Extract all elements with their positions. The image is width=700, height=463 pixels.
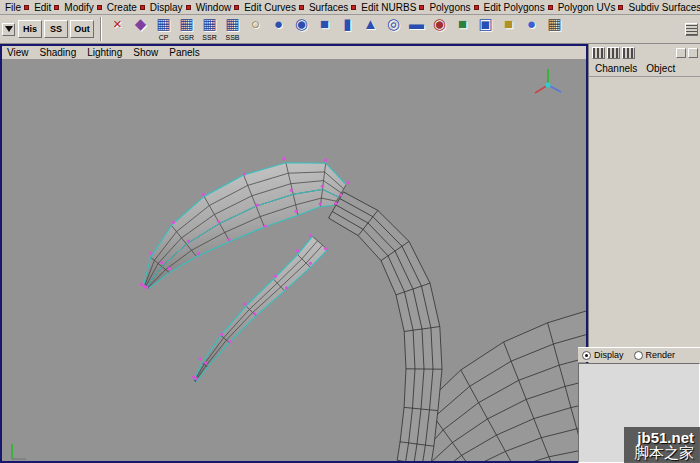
- shelf-icon-label: SSR: [198, 34, 221, 42]
- layer-editor-toggle-icon[interactable]: [607, 47, 620, 59]
- panel-menu-shading[interactable]: Shading: [40, 47, 77, 58]
- maya-window: FileEditModifyCreateDisplayWindowEdit Cu…: [0, 0, 700, 463]
- menu-item-file[interactable]: File: [3, 2, 23, 13]
- poly-multi-icon: ▣: [478, 15, 492, 33]
- nurbs-cylinder-icon: ▮: [343, 15, 351, 33]
- shelf-tab-arrow-button[interactable]: [2, 23, 15, 36]
- panel-menu-panels[interactable]: Panels: [169, 47, 200, 58]
- neck-mesh[interactable]: [329, 192, 442, 461]
- nurbs-circle-icon: ●: [274, 15, 283, 33]
- shelf-icon-poly-cube[interactable]: ■: [451, 15, 474, 42]
- poly-sphere-icon: ◉: [433, 15, 446, 33]
- menu-cube-icon: [97, 5, 102, 10]
- menu-cube-icon: [474, 5, 479, 10]
- channelbox-toggle-icon[interactable]: [592, 47, 605, 59]
- menu-cube-icon: [186, 5, 191, 10]
- menu-item-display[interactable]: Display: [148, 2, 185, 13]
- surface-tool-icon: ◆: [135, 15, 147, 33]
- shelf-icon-subdiv-sphere[interactable]: ●: [520, 15, 543, 42]
- shelf-icon-nurbs-cylinder[interactable]: ▮: [336, 15, 359, 42]
- grid-tool-icon: ▦: [547, 15, 561, 33]
- menu-cube-icon: [618, 5, 623, 10]
- shelf-icon-label: SSB: [221, 34, 244, 42]
- menu-item-modify[interactable]: Modify: [62, 2, 95, 13]
- channel-box-toolbar: [589, 44, 700, 61]
- render-radio[interactable]: Render: [634, 350, 676, 360]
- watermark: jb51.net 脚本之家: [624, 427, 700, 463]
- viewport-canvas[interactable]: [2, 59, 586, 461]
- shelf-icon-ssb-tool[interactable]: ▦SSB: [221, 15, 244, 42]
- shelf-icon-nurbs-cube[interactable]: ■: [313, 15, 336, 42]
- cp-tool-icon: ▦: [156, 15, 170, 33]
- watermark-site: jb51.net: [634, 430, 694, 445]
- menu-item-surfaces[interactable]: Surfaces: [307, 2, 350, 13]
- out-button[interactable]: Out: [70, 20, 94, 38]
- menu-item-subdiv-surfaces[interactable]: Subdiv Surfaces: [626, 2, 700, 13]
- panel-menu-show[interactable]: Show: [133, 47, 158, 58]
- display-radio[interactable]: Display: [582, 350, 624, 360]
- panel-menu-bar: ViewShadingLightingShowPanels: [2, 46, 586, 59]
- down-triangle-icon: [5, 26, 13, 32]
- poly-cube-2-icon: ■: [504, 15, 513, 33]
- ssb-tool-icon: ▦: [225, 15, 239, 33]
- shelf-icon-lasso-tool[interactable]: ○: [244, 15, 267, 42]
- render-radio-label: Render: [646, 350, 676, 360]
- nurbs-sphere-icon: ◉: [295, 15, 308, 33]
- nurbs-plane-icon: ▬: [409, 15, 424, 33]
- menu-cube-icon: [234, 5, 239, 10]
- viewport[interactable]: [2, 59, 586, 461]
- shelf-icon-surface-tool[interactable]: ◆: [129, 15, 152, 42]
- lower-beak-surface[interactable]: [192, 234, 327, 382]
- shelf-icon-cp-tool[interactable]: ▦CP: [152, 15, 175, 42]
- menu-item-polygons[interactable]: Polygons: [427, 2, 472, 13]
- shelf-icon-label: CP: [152, 34, 175, 42]
- menu-item-window[interactable]: Window: [194, 2, 234, 13]
- panel-collapse-icon[interactable]: [676, 48, 686, 58]
- shelf-icon-poly-sphere[interactable]: ◉: [428, 15, 451, 42]
- shelf-icon-ssr-tool[interactable]: ▦SSR: [198, 15, 221, 42]
- nurbs-cube-icon: ■: [320, 15, 329, 33]
- display-render-row: Display Render: [578, 347, 700, 362]
- shelf-icon-poly-cube-2[interactable]: ■: [497, 15, 520, 42]
- panel-menu-view[interactable]: View: [7, 47, 29, 58]
- head-surface[interactable]: [140, 157, 350, 289]
- shelf-options-button[interactable]: [685, 23, 698, 36]
- menu-item-polygon-uvs[interactable]: Polygon UVs: [556, 2, 618, 13]
- shelf-icon-poly-multi[interactable]: ▣: [474, 15, 497, 42]
- gsr-tool-icon: ▦: [179, 15, 193, 33]
- menu-bar: FileEditModifyCreateDisplayWindowEdit Cu…: [0, 0, 700, 15]
- nurbs-cone-icon: ▲: [363, 15, 378, 33]
- shelf-icon-gsr-tool[interactable]: ▦GSR: [175, 15, 198, 42]
- channel-layer-toggle-icon[interactable]: [622, 47, 635, 59]
- menu-cube-icon: [24, 5, 29, 10]
- subdiv-sphere-icon: ●: [527, 15, 536, 33]
- menu-cube-icon: [351, 5, 356, 10]
- panel-expand-icon[interactable]: [688, 48, 698, 58]
- shelf-icon-nurbs-sphere[interactable]: ◉: [290, 15, 313, 42]
- menu-item-edit[interactable]: Edit: [32, 2, 53, 13]
- channel-box-tab-channels[interactable]: Channels: [595, 63, 637, 74]
- menu-item-edit-polygons[interactable]: Edit Polygons: [482, 2, 547, 13]
- ss-button[interactable]: SS: [44, 20, 68, 38]
- shelf-icon-curve-tool[interactable]: ×: [106, 15, 129, 42]
- shelf-icon-grid-tool[interactable]: ▦: [543, 15, 566, 42]
- channel-box-tab-object[interactable]: Object: [646, 63, 675, 74]
- watermark-site-cn: 脚本之家: [634, 445, 694, 461]
- shelf-icon-nurbs-plane[interactable]: ▬: [405, 15, 428, 42]
- menu-item-create[interactable]: Create: [105, 2, 139, 13]
- shelf-icon-nurbs-cone[interactable]: ▲: [359, 15, 382, 42]
- menu-cube-icon: [548, 5, 553, 10]
- menu-item-edit-curves[interactable]: Edit Curves: [242, 2, 298, 13]
- shelf-icon-nurbs-circle[interactable]: ●: [267, 15, 290, 42]
- lasso-tool-icon: ○: [251, 15, 260, 33]
- shelf-icon-label: GSR: [175, 34, 198, 42]
- radio-selected-icon: [582, 351, 591, 360]
- shelf-icon-nurbs-torus[interactable]: ◎: [382, 15, 405, 42]
- panel-menu-lighting[interactable]: Lighting: [87, 47, 122, 58]
- menu-item-edit-nurbs[interactable]: Edit NURBS: [359, 2, 418, 13]
- history-button[interactable]: His: [18, 20, 42, 38]
- menu-cube-icon: [54, 5, 59, 10]
- menu-cube-icon: [419, 5, 424, 10]
- ssr-tool-icon: ▦: [202, 15, 216, 33]
- viewport-panel: ViewShadingLightingShowPanels: [0, 44, 588, 463]
